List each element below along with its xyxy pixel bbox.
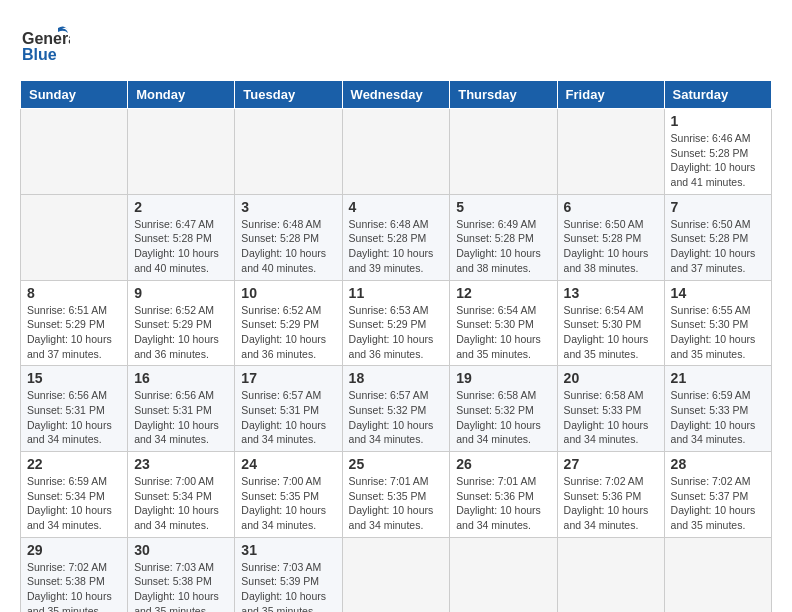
calendar-day: 16Sunrise: 6:56 AMSunset: 5:31 PMDayligh… xyxy=(128,366,235,452)
day-number: 28 xyxy=(671,456,765,472)
day-info: Sunrise: 6:49 AMSunset: 5:28 PMDaylight:… xyxy=(456,217,550,276)
calendar-day: 12Sunrise: 6:54 AMSunset: 5:30 PMDayligh… xyxy=(450,280,557,366)
calendar-day: 4Sunrise: 6:48 AMSunset: 5:28 PMDaylight… xyxy=(342,194,450,280)
calendar-day-empty xyxy=(557,109,664,195)
day-number: 2 xyxy=(134,199,228,215)
day-number: 17 xyxy=(241,370,335,386)
day-info: Sunrise: 6:48 AMSunset: 5:28 PMDaylight:… xyxy=(349,217,444,276)
day-info: Sunrise: 7:00 AMSunset: 5:35 PMDaylight:… xyxy=(241,474,335,533)
calendar-day: 1Sunrise: 6:46 AMSunset: 5:28 PMDaylight… xyxy=(664,109,771,195)
calendar-day: 8Sunrise: 6:51 AMSunset: 5:29 PMDaylight… xyxy=(21,280,128,366)
calendar-day xyxy=(342,537,450,612)
calendar-day xyxy=(557,537,664,612)
day-number: 11 xyxy=(349,285,444,301)
calendar-week-row: 2Sunrise: 6:47 AMSunset: 5:28 PMDaylight… xyxy=(21,194,772,280)
day-of-week-header: Wednesday xyxy=(342,81,450,109)
day-info: Sunrise: 6:47 AMSunset: 5:28 PMDaylight:… xyxy=(134,217,228,276)
day-of-week-header: Friday xyxy=(557,81,664,109)
calendar-day: 19Sunrise: 6:58 AMSunset: 5:32 PMDayligh… xyxy=(450,366,557,452)
day-info: Sunrise: 6:46 AMSunset: 5:28 PMDaylight:… xyxy=(671,131,765,190)
day-number: 10 xyxy=(241,285,335,301)
day-number: 24 xyxy=(241,456,335,472)
calendar-day: 14Sunrise: 6:55 AMSunset: 5:30 PMDayligh… xyxy=(664,280,771,366)
day-info: Sunrise: 7:03 AMSunset: 5:39 PMDaylight:… xyxy=(241,560,335,612)
page-header: General Blue xyxy=(20,20,772,70)
day-info: Sunrise: 6:59 AMSunset: 5:33 PMDaylight:… xyxy=(671,388,765,447)
calendar-day: 10Sunrise: 6:52 AMSunset: 5:29 PMDayligh… xyxy=(235,280,342,366)
day-number: 18 xyxy=(349,370,444,386)
day-info: Sunrise: 6:52 AMSunset: 5:29 PMDaylight:… xyxy=(134,303,228,362)
calendar-day: 28Sunrise: 7:02 AMSunset: 5:37 PMDayligh… xyxy=(664,452,771,538)
day-of-week-header: Saturday xyxy=(664,81,771,109)
calendar-day-empty xyxy=(342,109,450,195)
calendar-day: 25Sunrise: 7:01 AMSunset: 5:35 PMDayligh… xyxy=(342,452,450,538)
calendar-day: 2Sunrise: 6:47 AMSunset: 5:28 PMDaylight… xyxy=(128,194,235,280)
calendar-day xyxy=(450,537,557,612)
day-number: 13 xyxy=(564,285,658,301)
day-info: Sunrise: 6:57 AMSunset: 5:31 PMDaylight:… xyxy=(241,388,335,447)
calendar-day-empty xyxy=(128,109,235,195)
day-info: Sunrise: 6:52 AMSunset: 5:29 PMDaylight:… xyxy=(241,303,335,362)
day-info: Sunrise: 7:02 AMSunset: 5:38 PMDaylight:… xyxy=(27,560,121,612)
day-number: 9 xyxy=(134,285,228,301)
calendar-day-empty xyxy=(21,194,128,280)
day-number: 6 xyxy=(564,199,658,215)
day-info: Sunrise: 6:51 AMSunset: 5:29 PMDaylight:… xyxy=(27,303,121,362)
calendar-day-empty xyxy=(21,109,128,195)
svg-text:Blue: Blue xyxy=(22,46,57,63)
day-number: 19 xyxy=(456,370,550,386)
calendar-day: 18Sunrise: 6:57 AMSunset: 5:32 PMDayligh… xyxy=(342,366,450,452)
day-info: Sunrise: 6:56 AMSunset: 5:31 PMDaylight:… xyxy=(134,388,228,447)
logo-icon: General Blue xyxy=(20,20,70,70)
calendar-day: 13Sunrise: 6:54 AMSunset: 5:30 PMDayligh… xyxy=(557,280,664,366)
calendar-day: 21Sunrise: 6:59 AMSunset: 5:33 PMDayligh… xyxy=(664,366,771,452)
day-info: Sunrise: 7:00 AMSunset: 5:34 PMDaylight:… xyxy=(134,474,228,533)
day-number: 12 xyxy=(456,285,550,301)
calendar-table: SundayMondayTuesdayWednesdayThursdayFrid… xyxy=(20,80,772,612)
day-info: Sunrise: 7:01 AMSunset: 5:35 PMDaylight:… xyxy=(349,474,444,533)
day-info: Sunrise: 6:58 AMSunset: 5:32 PMDaylight:… xyxy=(456,388,550,447)
calendar-day: 3Sunrise: 6:48 AMSunset: 5:28 PMDaylight… xyxy=(235,194,342,280)
day-number: 25 xyxy=(349,456,444,472)
day-info: Sunrise: 6:53 AMSunset: 5:29 PMDaylight:… xyxy=(349,303,444,362)
day-number: 3 xyxy=(241,199,335,215)
calendar-day: 22Sunrise: 6:59 AMSunset: 5:34 PMDayligh… xyxy=(21,452,128,538)
day-info: Sunrise: 6:57 AMSunset: 5:32 PMDaylight:… xyxy=(349,388,444,447)
calendar-header-row: SundayMondayTuesdayWednesdayThursdayFrid… xyxy=(21,81,772,109)
svg-text:General: General xyxy=(22,30,70,47)
calendar-day xyxy=(664,537,771,612)
day-info: Sunrise: 6:58 AMSunset: 5:33 PMDaylight:… xyxy=(564,388,658,447)
day-of-week-header: Sunday xyxy=(21,81,128,109)
day-number: 29 xyxy=(27,542,121,558)
calendar-week-row: 22Sunrise: 6:59 AMSunset: 5:34 PMDayligh… xyxy=(21,452,772,538)
day-info: Sunrise: 6:56 AMSunset: 5:31 PMDaylight:… xyxy=(27,388,121,447)
calendar-day: 15Sunrise: 6:56 AMSunset: 5:31 PMDayligh… xyxy=(21,366,128,452)
day-number: 20 xyxy=(564,370,658,386)
calendar-week-row: 8Sunrise: 6:51 AMSunset: 5:29 PMDaylight… xyxy=(21,280,772,366)
day-number: 21 xyxy=(671,370,765,386)
day-number: 8 xyxy=(27,285,121,301)
day-number: 26 xyxy=(456,456,550,472)
day-number: 16 xyxy=(134,370,228,386)
day-number: 31 xyxy=(241,542,335,558)
calendar-day: 27Sunrise: 7:02 AMSunset: 5:36 PMDayligh… xyxy=(557,452,664,538)
calendar-day: 30Sunrise: 7:03 AMSunset: 5:38 PMDayligh… xyxy=(128,537,235,612)
calendar-day: 9Sunrise: 6:52 AMSunset: 5:29 PMDaylight… xyxy=(128,280,235,366)
day-info: Sunrise: 7:02 AMSunset: 5:36 PMDaylight:… xyxy=(564,474,658,533)
calendar-week-row: 1Sunrise: 6:46 AMSunset: 5:28 PMDaylight… xyxy=(21,109,772,195)
calendar-day-empty xyxy=(450,109,557,195)
day-of-week-header: Tuesday xyxy=(235,81,342,109)
day-info: Sunrise: 6:50 AMSunset: 5:28 PMDaylight:… xyxy=(671,217,765,276)
day-of-week-header: Monday xyxy=(128,81,235,109)
day-info: Sunrise: 7:03 AMSunset: 5:38 PMDaylight:… xyxy=(134,560,228,612)
day-info: Sunrise: 6:50 AMSunset: 5:28 PMDaylight:… xyxy=(564,217,658,276)
day-number: 23 xyxy=(134,456,228,472)
day-of-week-header: Thursday xyxy=(450,81,557,109)
calendar-day: 7Sunrise: 6:50 AMSunset: 5:28 PMDaylight… xyxy=(664,194,771,280)
day-number: 15 xyxy=(27,370,121,386)
day-info: Sunrise: 6:48 AMSunset: 5:28 PMDaylight:… xyxy=(241,217,335,276)
calendar-day: 26Sunrise: 7:01 AMSunset: 5:36 PMDayligh… xyxy=(450,452,557,538)
calendar-day: 24Sunrise: 7:00 AMSunset: 5:35 PMDayligh… xyxy=(235,452,342,538)
day-info: Sunrise: 6:54 AMSunset: 5:30 PMDaylight:… xyxy=(564,303,658,362)
day-number: 5 xyxy=(456,199,550,215)
